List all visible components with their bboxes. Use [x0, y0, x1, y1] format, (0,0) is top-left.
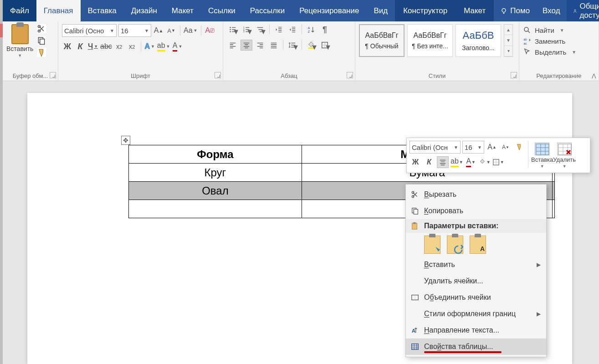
ctx-border-styles[interactable]: Стили оформления границ▶	[406, 306, 546, 322]
svg-point-1	[574, 10, 576, 11]
tab-table-design[interactable]: Конструктор	[395, 0, 456, 21]
strikethrough-button[interactable]: abc	[100, 41, 112, 52]
table-move-handle[interactable]: ✥	[121, 136, 130, 145]
mini-highlight[interactable]: ab▼	[451, 156, 463, 168]
find-button[interactable]: Найти▼	[523, 26, 576, 34]
bold-button[interactable]: Ж	[62, 41, 73, 52]
font-group-label: Шрифт	[131, 72, 150, 79]
show-marks-button[interactable]: ¶	[319, 24, 331, 35]
line-spacing-button[interactable]: ▼	[287, 40, 298, 51]
mini-borders[interactable]: ▼	[492, 156, 504, 168]
mini-format-painter[interactable]	[513, 141, 525, 153]
multilevel-button[interactable]: ▼	[254, 24, 266, 35]
mini-align[interactable]	[437, 156, 449, 168]
table-cell[interactable]	[129, 200, 302, 218]
mini-delete-button[interactable]: Удалить▼	[553, 141, 576, 170]
tab-file[interactable]: Файл	[3, 0, 36, 21]
numbering-button[interactable]: 123▼	[241, 24, 252, 35]
table-cell[interactable]: Круг	[129, 164, 302, 182]
italic-button[interactable]: К	[75, 41, 86, 52]
align-left-button[interactable]	[227, 40, 239, 51]
mini-font-combo[interactable]: Calibri (Осн▼	[410, 141, 461, 154]
paragraph-dialog-launcher[interactable]	[347, 72, 353, 78]
ctx-paste-header: Параметры вставки:	[406, 219, 546, 233]
table-cell[interactable]: Овал	[129, 182, 302, 200]
font-name-combo[interactable]: Calibri (Осно▼	[62, 24, 117, 37]
tab-references[interactable]: Ссылки	[201, 0, 243, 21]
sort-button[interactable]: AZ	[305, 24, 317, 35]
clear-formatting-button[interactable]: A⎚	[205, 25, 215, 36]
mini-shading[interactable]: ▼	[479, 156, 491, 168]
style-heading1[interactable]: АаБбВ Заголово...	[456, 24, 501, 57]
styles-dialog-launcher[interactable]	[511, 72, 517, 78]
align-center-button[interactable]	[241, 40, 252, 51]
grow-font-button[interactable]: A▲	[153, 25, 164, 36]
style-no-spacing[interactable]: АаБбВвГг ¶ Без инте...	[407, 24, 453, 57]
change-case-button[interactable]: Aa▼	[184, 25, 198, 36]
paste-merge[interactable]	[447, 236, 463, 254]
tell-me[interactable]: Помо	[494, 0, 536, 21]
bullets-button[interactable]: ▼	[227, 24, 239, 35]
tab-review[interactable]: Рецензирование	[292, 0, 366, 21]
table-cell[interactable]	[553, 200, 555, 218]
mini-shrink-font[interactable]: A▼	[500, 141, 512, 153]
copy-button[interactable]	[37, 36, 46, 45]
increase-indent-button[interactable]	[287, 24, 298, 35]
ctx-merge-cells[interactable]: Объединить ячейки	[406, 289, 546, 306]
ctx-insert[interactable]: Вставить▶	[406, 256, 546, 273]
paste-text-only[interactable]: A	[470, 236, 486, 254]
justify-button[interactable]	[268, 40, 280, 51]
ctx-cut[interactable]: ВВырезатьырезать	[406, 186, 546, 203]
paste-keep-source[interactable]	[424, 236, 440, 254]
svg-point-7	[230, 29, 231, 31]
ctx-delete-cells[interactable]: Удалить ячейки...	[406, 273, 546, 289]
tab-design[interactable]: Дизайн	[124, 0, 164, 21]
mini-font-color[interactable]: A▼	[465, 156, 477, 168]
align-right-button[interactable]	[254, 40, 266, 51]
tab-layout[interactable]: Макет	[164, 0, 201, 21]
mini-italic[interactable]: К	[423, 156, 435, 168]
font-color-button[interactable]: A▼	[172, 41, 183, 52]
underline-button[interactable]: Ч▼	[87, 41, 98, 52]
format-painter-button[interactable]	[37, 48, 46, 57]
ctx-text-direction[interactable]: A Направление текста...	[406, 322, 546, 338]
ctx-table-properties[interactable]: Свойства таблицы...	[406, 338, 546, 355]
table-header-cell[interactable]: Форма	[129, 145, 302, 164]
collapse-ribbon-button[interactable]: ᐱ	[592, 72, 596, 80]
tab-view[interactable]: Вид	[366, 0, 395, 21]
borders-button[interactable]: ▼	[319, 40, 331, 51]
mini-insert-button[interactable]: Вставка▼	[531, 141, 553, 170]
font-size-combo[interactable]: 16▼	[118, 24, 151, 37]
ribbon: Вставить ▼ Буфер обм... Calibri (Осно▼ 1…	[3, 21, 599, 81]
replace-button[interactable]: abac Заменить	[523, 37, 576, 45]
table-delete-icon	[557, 143, 572, 155]
style-normal[interactable]: АаБбВвГг ¶ Обычный	[359, 24, 404, 57]
font-dialog-launcher[interactable]	[215, 72, 221, 78]
mini-size-combo[interactable]: 16▼	[462, 141, 484, 154]
text-effects-button[interactable]: A▼	[144, 41, 155, 52]
tab-table-layout[interactable]: Макет	[456, 0, 494, 21]
decrease-indent-button[interactable]	[273, 24, 285, 35]
signin-link[interactable]: Вход	[536, 0, 566, 21]
table-cell[interactable]	[553, 182, 555, 200]
tab-insert[interactable]: Вставка	[81, 0, 124, 21]
paste-button[interactable]: Вставить ▼	[6, 24, 33, 58]
shrink-font-button[interactable]: A▼	[166, 25, 177, 36]
clipboard-dialog-launcher[interactable]	[50, 72, 56, 78]
ctx-copy[interactable]: Копировать	[406, 203, 546, 219]
highlight-button[interactable]: ab▼	[157, 41, 170, 52]
tab-mailings[interactable]: Рассылки	[243, 0, 292, 21]
select-button[interactable]: Выделить▼	[523, 48, 576, 56]
superscript-button[interactable]: x2	[127, 41, 138, 52]
mini-grow-font[interactable]: A▲	[486, 141, 498, 153]
tab-home[interactable]: Главная	[36, 0, 81, 21]
svg-rect-20	[536, 144, 549, 155]
shading-button[interactable]: ▼	[305, 40, 317, 51]
styles-scroller[interactable]: ▲▼▾	[504, 24, 513, 57]
paragraph-group-label: Абзац	[281, 72, 297, 79]
share-button[interactable]: Общий доступ	[567, 0, 599, 21]
mini-bold[interactable]: Ж	[410, 156, 421, 168]
table-properties-icon	[410, 342, 420, 351]
subscript-button[interactable]: x2	[114, 41, 125, 52]
cut-button[interactable]	[37, 24, 46, 33]
